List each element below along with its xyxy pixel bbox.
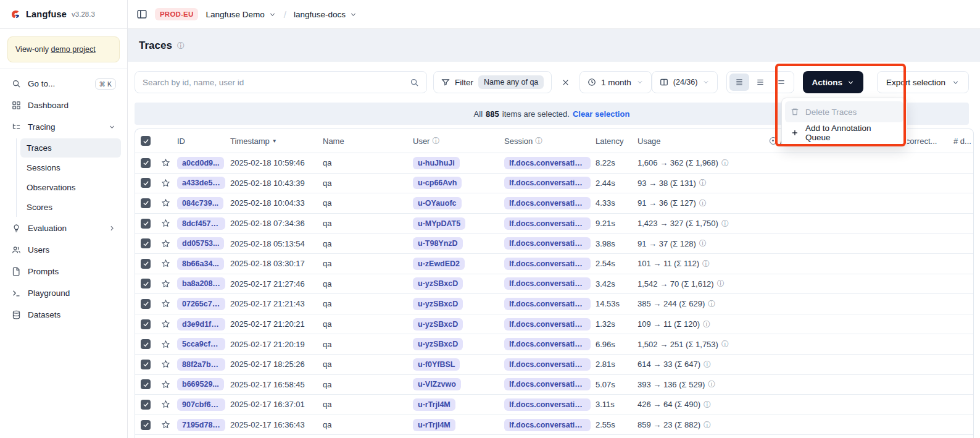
trace-id-chip[interactable]: 8dcf4574... [177, 217, 225, 230]
trace-id-chip[interactable]: 88f2a7b0... [177, 358, 225, 371]
session-chip[interactable]: lf.docs.conversation... [504, 378, 591, 390]
star-icon[interactable] [161, 219, 170, 228]
sidebar-item-goto[interactable]: Go to... ⌘ K [6, 73, 121, 95]
user-chip[interactable]: u-cp66Avh [413, 177, 462, 189]
trace-id-chip[interactable]: ba8a208f... [177, 277, 225, 290]
row-checkbox[interactable] [141, 319, 151, 329]
row-checkbox[interactable] [141, 238, 151, 248]
star-icon[interactable] [161, 179, 170, 188]
trace-id-chip[interactable]: 7195d78e... [177, 419, 225, 431]
row-checkbox[interactable] [141, 178, 151, 188]
info-icon[interactable]: ⓘ [703, 321, 710, 328]
sidebar-item-observations[interactable]: Observations [20, 178, 121, 197]
star-icon[interactable] [161, 319, 170, 329]
header-extra[interactable]: # d... [951, 137, 973, 146]
row-height-small-button[interactable] [729, 74, 749, 91]
trace-id-chip[interactable]: 907cbf6e... [177, 398, 225, 411]
star-icon[interactable] [161, 158, 170, 167]
user-chip[interactable]: u-yzSBxcD [413, 277, 463, 290]
info-icon[interactable]: ⓘ [704, 361, 711, 368]
search-input[interactable] [135, 78, 402, 87]
row-checkbox[interactable] [141, 279, 151, 288]
user-chip[interactable]: u-yzSBxcD [413, 338, 463, 350]
info-icon[interactable]: ⓘ [704, 421, 711, 429]
session-chip[interactable]: lf.docs.conversation... [504, 197, 591, 209]
trace-id-chip[interactable]: b669529... [177, 378, 224, 390]
row-checkbox[interactable] [141, 219, 151, 229]
user-chip[interactable]: u-yzSBxcD [413, 298, 463, 310]
user-chip[interactable]: u-f0YfBSL [413, 358, 460, 371]
info-icon[interactable]: ⓘ [721, 159, 729, 167]
filter-chip[interactable]: Name any of qa [478, 75, 544, 89]
star-icon[interactable] [161, 239, 170, 248]
clear-selection-link[interactable]: Clear selection [573, 109, 630, 119]
row-checkbox[interactable] [141, 198, 151, 208]
header-id[interactable]: ID [175, 137, 228, 146]
sidebar-item-evaluation[interactable]: Evaluation [6, 217, 121, 239]
sidebar-item-dashboard[interactable]: Dashboard [6, 95, 121, 116]
star-icon[interactable] [161, 360, 170, 369]
sidebar-item-sessions[interactable]: Sessions [20, 158, 121, 177]
session-chip[interactable]: lf.docs.conversation... [504, 298, 591, 310]
info-icon[interactable]: ⓘ [699, 240, 707, 247]
trace-id-chip[interactable]: d3e9d1f2... [177, 318, 225, 331]
row-height-large-button[interactable] [771, 74, 791, 91]
menu-item-add-to-annotation-queue[interactable]: Add to Annotation Queue [785, 122, 903, 143]
clear-filter-icon[interactable] [557, 73, 575, 91]
user-chip[interactable]: u-zEwdED2 [413, 258, 465, 270]
row-checkbox[interactable] [141, 400, 151, 410]
info-icon[interactable]: ⓘ [704, 401, 711, 408]
user-chip[interactable]: u-huJhuJi [413, 157, 460, 169]
header-latency[interactable]: Latency [593, 137, 635, 146]
user-chip[interactable]: u-rTrjI4M [413, 398, 455, 411]
info-icon[interactable]: ⓘ [699, 200, 707, 207]
filter-button[interactable]: Filter Name any of qa [433, 71, 552, 93]
session-chip[interactable]: lf.docs.conversation... [504, 258, 591, 270]
user-chip[interactable]: u-yzSBxcD [413, 318, 463, 331]
info-icon[interactable]: ⓘ [702, 260, 710, 267]
row-checkbox[interactable] [141, 259, 151, 269]
columns-button[interactable]: (24/36) [652, 71, 718, 93]
menu-item-delete-traces[interactable]: Delete Traces [785, 101, 903, 122]
user-chip[interactable]: u-VIZzvwo [413, 378, 461, 390]
star-icon[interactable] [161, 420, 170, 429]
session-chip[interactable]: lf.docs.conversation... [504, 398, 591, 411]
user-chip[interactable]: u-MYpDAT5 [413, 217, 465, 230]
session-chip[interactable]: lf.docs.conversation... [504, 157, 591, 169]
select-all-checkbox[interactable] [141, 136, 151, 146]
session-chip[interactable]: lf.docs.conversation... [504, 217, 591, 230]
info-icon[interactable]: ⓘ [717, 280, 725, 287]
star-icon[interactable] [161, 198, 170, 208]
trace-id-chip[interactable]: dd05753... [177, 237, 224, 250]
sidebar-toggle-icon[interactable] [136, 9, 147, 20]
sidebar-item-datasets[interactable]: Datasets [6, 304, 121, 326]
row-checkbox[interactable] [141, 299, 151, 309]
info-icon[interactable]: ⓘ [721, 220, 729, 227]
session-chip[interactable]: lf.docs.conversation... [504, 358, 591, 371]
sidebar-item-playground[interactable]: Playground [6, 282, 121, 304]
trace-id-chip[interactable]: a433de51... [177, 177, 225, 189]
star-icon[interactable] [161, 259, 170, 268]
sidebar-item-traces[interactable]: Traces [20, 138, 121, 158]
project-selector[interactable]: langfuse-docs [294, 10, 357, 19]
info-icon[interactable]: ⓘ [708, 381, 715, 388]
header-name[interactable]: Name [320, 137, 410, 146]
info-icon[interactable]: ⓘ [699, 179, 707, 187]
row-height-medium-button[interactable] [750, 74, 770, 91]
sidebar-item-users[interactable]: Users [6, 239, 121, 261]
session-chip[interactable]: lf.docs.conversation... [504, 277, 591, 290]
search-icon[interactable] [402, 72, 426, 93]
session-chip[interactable]: lf.docs.conversation... [504, 237, 591, 250]
sidebar-item-prompts[interactable]: Prompts [6, 261, 121, 282]
header-user[interactable]: Userⓘ [410, 137, 502, 146]
row-checkbox[interactable] [141, 339, 151, 349]
org-selector[interactable]: Langfuse Demo [206, 10, 276, 19]
export-selection-button[interactable]: Export selection [877, 71, 969, 93]
demo-project-link[interactable]: demo project [51, 45, 95, 54]
session-chip[interactable]: lf.docs.conversation... [504, 318, 591, 331]
star-icon[interactable] [161, 279, 170, 288]
star-icon[interactable] [161, 299, 170, 308]
user-chip[interactable]: u-rTrjI4M [413, 419, 455, 431]
trace-id-chip[interactable]: 8b66a34... [177, 258, 224, 270]
header-usage[interactable]: Usage [635, 137, 767, 146]
